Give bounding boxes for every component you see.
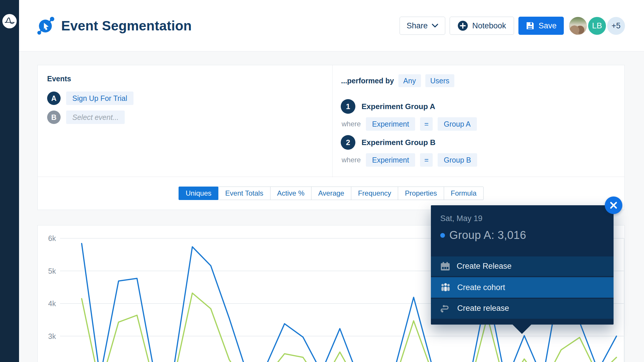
event-pill[interactable]: Select event... (66, 111, 125, 124)
tab-average[interactable]: Average (311, 187, 351, 200)
segment-name: Experiment Group B (362, 138, 436, 147)
app-sidebar (0, 0, 19, 362)
segment-number-badge: 2 (341, 135, 355, 150)
y-axis-label: 4k (48, 299, 56, 308)
close-icon[interactable] (605, 196, 622, 214)
share-button-label: Share (407, 21, 428, 30)
query-builder-card: Events ASign Up For TrialBSelect event..… (37, 65, 625, 210)
event-row: BSelect event... (47, 111, 125, 124)
y-axis-label: 3k (48, 332, 56, 340)
save-button-label: Save (539, 21, 557, 30)
series-dot-icon (440, 233, 445, 238)
cohort-icon (440, 283, 451, 292)
property-pill[interactable]: Experiment (366, 117, 415, 131)
event-row: ASign Up For Trial (47, 92, 133, 105)
segment-row: 1Experiment Group A (341, 99, 435, 114)
metric-tabs: UniquesEvent TotalsActive %AverageFreque… (38, 177, 624, 210)
tooltip-value: Group A: 3,016 (449, 229, 526, 242)
where-label: where (342, 120, 366, 128)
plus-circle-icon (458, 20, 468, 31)
event-segmentation-icon (37, 15, 56, 36)
performed-by-any-pill[interactable]: Any (398, 74, 421, 87)
event-badge: B (47, 111, 61, 124)
where-label: where (342, 156, 366, 164)
chevron-down-icon (432, 24, 438, 28)
release-icon (440, 304, 451, 313)
segment-where-row: whereExperiment=Group B (342, 153, 482, 167)
amplitude-logo-icon[interactable] (2, 14, 17, 28)
tab-properties[interactable]: Properties (398, 187, 444, 200)
events-section-title: Events (47, 75, 71, 83)
tab-uniques[interactable]: Uniques (179, 187, 218, 200)
tab-event-totals[interactable]: Event Totals (218, 187, 270, 200)
avatar-overflow-count[interactable]: +5 (607, 17, 625, 35)
operator-pill[interactable]: = (420, 153, 433, 167)
segment-number-badge: 1 (341, 99, 355, 114)
save-floppy-icon (526, 21, 535, 30)
tooltip-menu: Create ReleaseCreate cohortCreate releas… (431, 256, 614, 318)
tooltip-menu-item[interactable]: Create Release (431, 256, 614, 276)
tooltip-menu-label: Create cohort (457, 283, 505, 292)
tooltip-menu-item[interactable]: Create release (431, 298, 614, 318)
performed-by-section: ...performed by Any Users 1Experiment Gr… (332, 65, 625, 177)
operator-pill[interactable]: = (420, 117, 433, 131)
share-button[interactable]: Share (400, 17, 445, 35)
performed-by-label: ...performed by (341, 77, 394, 85)
avatar-group: LB +5 (569, 17, 625, 35)
tab-active-[interactable]: Active % (270, 187, 311, 200)
page-title: Event Segmentation (61, 18, 192, 34)
property-pill[interactable]: Experiment (366, 153, 415, 167)
avatar[interactable]: LB (588, 17, 606, 35)
tooltip-menu-label: Create release (457, 304, 509, 313)
tab-frequency[interactable]: Frequency (351, 187, 398, 200)
notebook-button-label: Notebook (472, 21, 506, 30)
tooltip-footer (431, 319, 614, 325)
chart-tooltip: Sat, May 19 Group A: 3,016 Create Releas… (431, 205, 614, 325)
notebook-button[interactable]: Notebook (450, 17, 514, 35)
tooltip-menu-item[interactable]: Create cohort (431, 276, 614, 298)
tab-formula[interactable]: Formula (444, 187, 484, 200)
performed-by-users-pill[interactable]: Users (425, 74, 454, 87)
top-bar: Event Segmentation Share Notebook (19, 0, 644, 51)
segment-name: Experiment Group A (362, 102, 435, 111)
y-axis-label: 6k (48, 234, 56, 242)
tooltip-date: Sat, May 19 (440, 214, 604, 223)
value-pill[interactable]: Group A (438, 117, 477, 131)
save-button[interactable]: Save (518, 17, 564, 35)
avatar[interactable] (569, 17, 587, 35)
tooltip-pointer (513, 325, 531, 334)
segment-row: 2Experiment Group B (341, 135, 436, 150)
tooltip-menu-label: Create Release (457, 262, 512, 271)
tooltip-header: Sat, May 19 Group A: 3,016 (431, 205, 614, 256)
event-badge: A (47, 92, 61, 105)
y-axis-label: 5k (48, 267, 56, 275)
calendar-icon (440, 262, 450, 271)
event-pill[interactable]: Sign Up For Trial (66, 92, 133, 105)
value-pill[interactable]: Group B (438, 153, 477, 167)
segment-where-row: whereExperiment=Group A (342, 117, 482, 131)
